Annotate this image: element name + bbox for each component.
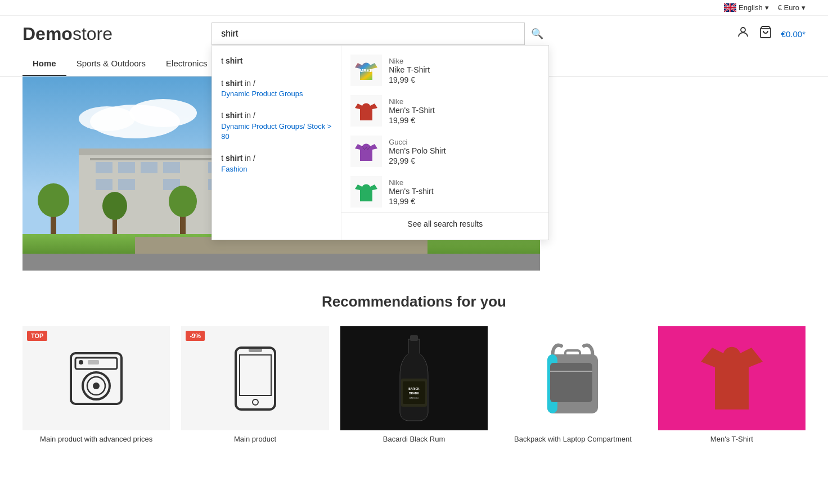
suggestion-item[interactable]: t shirt: [212, 50, 341, 73]
search-bar: 🔍: [212, 22, 549, 45]
product-card-image: [499, 326, 646, 430]
suggestion-item[interactable]: t shirt in / Fashion: [212, 147, 341, 180]
search-button[interactable]: 🔍: [524, 22, 549, 45]
products-panel: MRKE Nike Nike T-Shirt 19,99 €: [341, 46, 548, 240]
nav-item-electronics[interactable]: Electronics: [156, 52, 217, 76]
svg-point-2: [741, 28, 745, 32]
backpack-icon: [536, 335, 609, 422]
product-info: Nike Men's T-Shirt 19,99 €: [389, 97, 539, 125]
svg-rect-12: [96, 162, 112, 173]
suggestion-prefix: t: [221, 111, 226, 120]
product-suggestion[interactable]: Nike Men's T-shirt 19,99 €: [341, 172, 548, 212]
suggestion-path: Dynamic Product Groups/ Stock > 80: [221, 122, 332, 142]
svg-text:BRADK: BRADK: [409, 392, 419, 395]
svg-rect-51: [249, 348, 262, 352]
product-card-image: [658, 326, 806, 430]
product-card-image: TOP: [22, 326, 170, 430]
product-info: Gucci Men's Polo Shirt 29,99 €: [389, 138, 539, 165]
product-card-name: Main product: [181, 435, 328, 443]
svg-rect-15: [163, 162, 180, 173]
account-icon[interactable]: [736, 25, 750, 42]
search-input[interactable]: [212, 22, 549, 45]
product-grid: TOP Main product with advanced prices -9…: [22, 326, 806, 443]
svg-rect-41: [22, 254, 540, 271]
nav-item-home[interactable]: Home: [22, 52, 66, 76]
product-card[interactable]: Men's T-Shirt: [658, 326, 806, 443]
language-chevron-icon: ▾: [765, 3, 769, 12]
nav-item-sports[interactable]: Sports & Outdoors: [66, 52, 156, 76]
product-name: Men's Polo Shirt: [389, 146, 539, 155]
suggestion-term: shirt: [226, 79, 242, 88]
svg-rect-49: [236, 348, 275, 410]
flag-uk-icon: [724, 3, 736, 12]
currency-label: € Euro: [778, 3, 799, 12]
svg-rect-48: [88, 360, 99, 364]
product-card[interactable]: -9% Main product: [181, 326, 328, 443]
cart-price[interactable]: €0.00*: [781, 29, 806, 39]
see-all-results[interactable]: See all search results: [341, 212, 548, 235]
shirt-icon: [352, 97, 380, 125]
product-price: 19,99 €: [389, 75, 539, 84]
cart-icon[interactable]: [759, 25, 772, 42]
suggestion-prefix: t: [221, 154, 226, 163]
product-card-name: Main product with advanced prices: [22, 435, 170, 443]
product-name: Men's T-shirt: [389, 187, 539, 196]
search-wrapper: 🔍 t shirt t shirt in / Dynamic Product G…: [212, 22, 549, 45]
logo-light: store: [73, 24, 112, 44]
svg-rect-58: [410, 335, 418, 341]
product-brand: Gucci: [389, 138, 539, 146]
svg-text:BARICK: BARICK: [408, 387, 420, 390]
product-brand: Nike: [389, 97, 539, 106]
product-card-image: BARICK BRADK BARCKU: [340, 326, 488, 430]
svg-rect-24: [96, 179, 112, 190]
logo-bold: Demo: [22, 24, 73, 44]
language-selector[interactable]: English ▾: [724, 3, 769, 12]
polo-icon: [352, 137, 380, 165]
product-badge-sale: -9%: [186, 331, 205, 341]
product-price: 19,99 €: [389, 197, 539, 206]
svg-rect-14: [141, 162, 158, 173]
product-card-name: Men's T-Shirt: [658, 435, 806, 443]
product-image: [350, 136, 382, 167]
svg-point-47: [79, 360, 83, 364]
tshirt-icon: [695, 336, 768, 421]
svg-point-46: [93, 382, 100, 389]
logo[interactable]: Demostore: [22, 24, 112, 44]
svg-rect-63: [565, 350, 580, 356]
product-badge-top: TOP: [27, 331, 47, 341]
suggestion-item[interactable]: t shirt in / Dynamic Product Groups: [212, 73, 341, 105]
shirt-icon: [352, 178, 380, 206]
svg-point-37: [169, 186, 197, 217]
washer-icon: [65, 348, 127, 410]
suggestion-suffix: in /: [242, 79, 255, 88]
shirt-icon: MRKE: [352, 56, 380, 84]
suggestions-panel: t shirt t shirt in / Dynamic Product Gro…: [212, 46, 341, 240]
product-card[interactable]: Backpack with Laptop Compartment: [499, 326, 646, 443]
product-image: [350, 176, 382, 208]
svg-text:MRKE: MRKE: [359, 68, 373, 73]
suggestion-path: Fashion: [221, 164, 332, 174]
top-bar: English ▾ € Euro ▾: [0, 0, 828, 16]
phone-icon: [233, 345, 278, 412]
language-label: English: [739, 3, 763, 12]
product-name: Nike T-Shirt: [389, 65, 539, 74]
suggestion-item[interactable]: t shirt in / Dynamic Product Groups/ Sto…: [212, 105, 341, 147]
suggestion-term: shirt: [226, 111, 242, 120]
product-card-name: Backpack with Laptop Compartment: [499, 435, 646, 443]
product-card[interactable]: BARICK BRADK BARCKU Bacardi Black Rum: [340, 326, 488, 443]
suggestion-suffix: in /: [242, 154, 255, 163]
suggestion-term: shirt: [226, 154, 242, 163]
search-dropdown: t shirt t shirt in / Dynamic Product Gro…: [212, 45, 549, 240]
product-suggestion[interactable]: Nike Men's T-Shirt 19,99 €: [341, 91, 548, 131]
svg-point-6: [79, 106, 135, 131]
product-price: 19,99 €: [389, 116, 539, 125]
product-suggestion[interactable]: MRKE Nike Nike T-Shirt 19,99 €: [341, 50, 548, 91]
product-brand: Nike: [389, 178, 539, 187]
product-suggestion[interactable]: Gucci Men's Polo Shirt 29,99 €: [341, 131, 548, 172]
currency-selector[interactable]: € Euro ▾: [778, 3, 806, 12]
svg-point-52: [253, 399, 258, 405]
product-card[interactable]: TOP Main product with advanced prices: [22, 326, 170, 443]
suggestion-path: Dynamic Product Groups: [221, 89, 332, 99]
product-info: Nike Men's T-shirt 19,99 €: [389, 178, 539, 206]
bottle-icon: BARICK BRADK BARCKU: [392, 334, 436, 424]
